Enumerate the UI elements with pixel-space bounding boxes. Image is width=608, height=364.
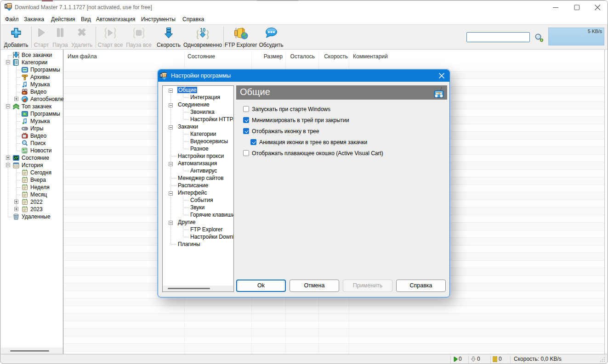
svg-text:10: 10 [200, 27, 205, 33]
